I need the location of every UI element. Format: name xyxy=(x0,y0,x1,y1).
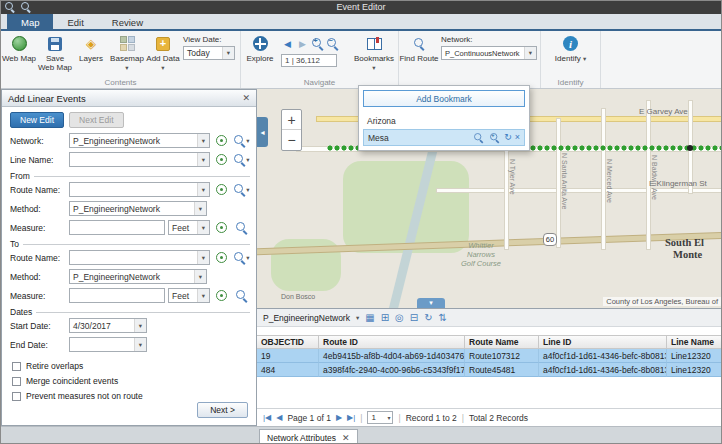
next-extent-icon[interactable]: ▶ xyxy=(296,39,309,49)
prevent-measures-checkbox[interactable] xyxy=(12,392,21,401)
zoom-to-selected-icon[interactable]: ◎ xyxy=(395,313,404,323)
tab-network-attributes[interactable]: Network Attributes ✕ xyxy=(259,429,358,444)
network-search-icon[interactable]: ▾ xyxy=(233,133,250,148)
bookmark-item-arizona[interactable]: Arizona xyxy=(363,112,525,129)
last-page-icon[interactable]: ▶| xyxy=(347,413,355,422)
view-date-dropdown[interactable]: Today ▾ xyxy=(183,46,235,60)
clear-selection-icon[interactable]: ⊟ xyxy=(410,313,418,323)
add-data-button[interactable]: + Add Data ▾ xyxy=(145,33,181,72)
save-web-map-button[interactable]: Save Web Map xyxy=(37,33,73,72)
zoom-to-bookmark-icon[interactable] xyxy=(473,132,483,142)
zoom-in-icon[interactable] xyxy=(5,2,15,12)
merge-coincident-events-checkbox[interactable] xyxy=(12,377,21,386)
table-layer-name: P_EngineeringNetwork xyxy=(263,313,350,323)
map-zoom-out-button[interactable]: − xyxy=(282,130,301,150)
explore-button[interactable]: Explore xyxy=(241,33,279,63)
from-measure-input[interactable] xyxy=(69,220,165,235)
find-route-button[interactable]: Find Route xyxy=(399,33,439,63)
update-bookmark-icon[interactable]: ↻ xyxy=(504,133,512,142)
new-edit-button[interactable]: New Edit xyxy=(10,112,64,128)
route-name-label: Route Name: xyxy=(10,185,66,195)
to-measure-input[interactable] xyxy=(69,288,165,303)
zoom-in-tool-icon[interactable]: + xyxy=(311,37,324,50)
bookmark-item-mesa[interactable]: Mesa + ↻ × xyxy=(363,129,525,146)
scale-input[interactable]: 1 | 36,112 xyxy=(281,54,337,67)
zoom-out-tool-icon[interactable]: − xyxy=(326,37,339,50)
pick-measure-on-map-icon[interactable] xyxy=(213,220,230,235)
basemap-button[interactable]: Basemap ▾ xyxy=(109,33,145,72)
chevron-down-icon: ▾ xyxy=(197,251,209,264)
chevron-down-icon: ▾ xyxy=(222,47,234,59)
title-bar: Event Editor xyxy=(1,1,721,14)
collapse-panel-arrow[interactable]: ◂ xyxy=(257,117,268,147)
from-section: From Route Name: ▾ ▾ Method: P_Engineeri… xyxy=(10,176,250,236)
to-route-name-dropdown[interactable]: ▾ xyxy=(69,250,210,265)
tab-edit[interactable]: Edit xyxy=(53,14,97,29)
start-date-picker[interactable]: 4/30/2017 ▾ xyxy=(69,318,147,333)
line-name-dropdown[interactable]: ▾ xyxy=(69,152,210,167)
close-panel-icon[interactable]: ✕ xyxy=(242,93,250,103)
layers-button[interactable]: ◈ Layers xyxy=(73,33,109,63)
from-method-dropdown[interactable]: P_EngineeringNetwork ▾ xyxy=(69,201,207,216)
remove-bookmark-icon[interactable]: × xyxy=(515,133,520,142)
retire-overlaps-checkbox[interactable] xyxy=(12,362,21,371)
measure-zoom-icon[interactable] xyxy=(233,288,250,303)
save-icon xyxy=(48,35,62,52)
add-linear-events-panel: Add Linear Events ✕ New Edit Next Edit N… xyxy=(1,89,257,426)
select-network-on-map-icon[interactable] xyxy=(213,133,230,148)
select-line-on-map-icon[interactable] xyxy=(213,152,230,167)
bookmarks-button[interactable]: Bookmarks▾ xyxy=(351,33,397,72)
next-edit-button[interactable]: Next Edit xyxy=(69,112,124,128)
street-label-vertical: N Santa Anita Ave xyxy=(561,153,568,209)
zoom-out-icon[interactable] xyxy=(21,2,31,12)
collapse-table-arrow[interactable]: ▾ xyxy=(417,298,445,308)
previous-extent-icon[interactable]: ◀ xyxy=(281,39,294,49)
column-header[interactable]: Line Name xyxy=(667,335,722,349)
sort-fields-icon[interactable]: ⇅ xyxy=(439,313,447,323)
table-options-icon[interactable]: ▦ xyxy=(365,313,374,323)
column-header[interactable]: Route Name xyxy=(465,335,539,349)
table-header-row: OBJECTID Route ID Route Name Line ID Lin… xyxy=(257,335,722,349)
table-row[interactable]: 484 a398f4fc-2940-4c00-96b6-c5343f9f1711… xyxy=(257,363,722,377)
line-search-icon[interactable]: ▾ xyxy=(233,152,250,167)
to-unit-dropdown[interactable]: Feet ▾ xyxy=(168,288,210,303)
tab-map[interactable]: Map xyxy=(7,14,53,29)
from-unit-dropdown[interactable]: Feet ▾ xyxy=(168,220,210,235)
refresh-table-icon[interactable]: ↻ xyxy=(424,313,432,323)
select-route-on-map-icon[interactable] xyxy=(213,250,230,265)
column-header[interactable]: Line ID xyxy=(539,335,667,349)
column-header[interactable]: OBJECTID xyxy=(257,335,319,349)
pan-to-bookmark-icon[interactable]: + xyxy=(489,132,499,142)
page-select-dropdown[interactable]: 1 ▾ xyxy=(367,411,393,424)
street-label: E Garvey Ave xyxy=(639,107,688,116)
identify-button[interactable]: i Identify ▾ xyxy=(549,33,593,63)
tab-review[interactable]: Review xyxy=(98,14,157,29)
chevron-down-icon[interactable]: ▾ xyxy=(356,314,359,322)
end-date-picker[interactable]: ▾ xyxy=(69,337,147,352)
dates-section: Dates Start Date: 4/30/2017 ▾ End Date: … xyxy=(10,312,250,353)
panel-network-dropdown[interactable]: P_EngineeringNetwork ▾ xyxy=(69,133,210,148)
next-button[interactable]: Next > xyxy=(197,402,248,418)
table-row[interactable]: 19 4eb9415b-af8b-4d04-ab69-1d4034760f2b … xyxy=(257,349,722,363)
chevron-down-icon: ▾ xyxy=(246,186,249,194)
network-dropdown[interactable]: P_ContinuousNetwork ▾ xyxy=(441,46,537,60)
close-tab-icon[interactable]: ✕ xyxy=(342,433,350,443)
show-selected-records-icon[interactable]: ⊞ xyxy=(381,313,389,323)
chevron-down-icon: ▾ xyxy=(583,55,586,62)
pick-measure-on-map-icon[interactable] xyxy=(213,288,230,303)
route-search-icon[interactable]: ▾ xyxy=(233,250,250,265)
select-route-on-map-icon[interactable] xyxy=(213,182,230,197)
chevron-down-icon: ▾ xyxy=(524,47,536,59)
prev-page-icon[interactable]: ◀ xyxy=(276,413,282,422)
to-method-dropdown[interactable]: P_EngineeringNetwork ▾ xyxy=(69,269,207,284)
next-page-icon[interactable]: ▶ xyxy=(336,413,342,422)
chevron-down-icon: ▾ xyxy=(194,202,206,215)
map-zoom-in-button[interactable]: + xyxy=(282,110,301,130)
add-bookmark-button[interactable]: Add Bookmark xyxy=(363,90,525,107)
from-route-name-dropdown[interactable]: ▾ xyxy=(69,182,210,197)
measure-zoom-icon[interactable] xyxy=(233,220,250,235)
route-search-icon[interactable]: ▾ xyxy=(233,182,250,197)
column-header[interactable]: Route ID xyxy=(319,335,465,349)
first-page-icon[interactable]: |◀ xyxy=(263,413,271,422)
web-map-button[interactable]: Web Map xyxy=(1,33,37,63)
